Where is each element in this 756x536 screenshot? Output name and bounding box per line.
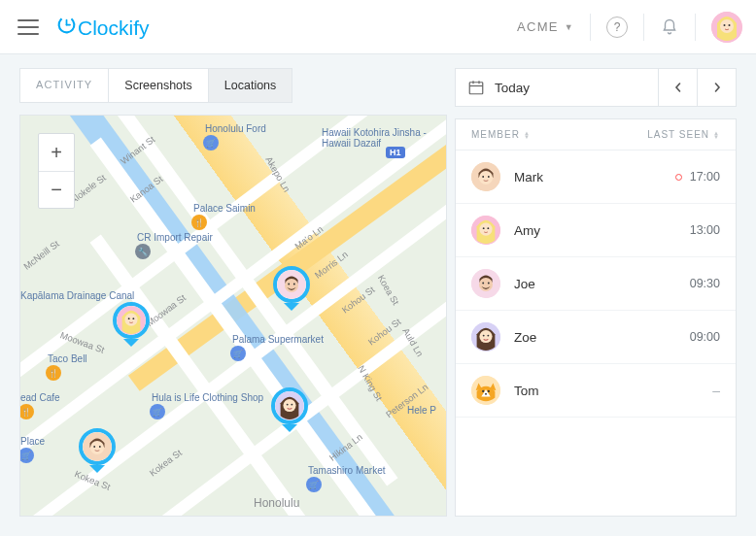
last-seen: 09:30	[690, 277, 720, 290]
last-seen: 09:00	[690, 330, 720, 344]
map-poi: Palama Supermarket	[232, 334, 324, 345]
map-poi: Tamashiro Market	[308, 465, 385, 476]
zoom-in-button[interactable]: +	[39, 134, 74, 171]
brand-logo[interactable]: Clockify	[56, 15, 150, 40]
map-pin[interactable]	[273, 266, 310, 313]
last-seen: 13:00	[690, 223, 720, 237]
svg-point-6	[729, 24, 731, 26]
sort-icon: ▲▼	[713, 131, 720, 139]
tab-locations[interactable]: Locations	[208, 69, 292, 102]
svg-point-5	[724, 24, 726, 26]
map-poi: Hawaii Kotohira Jinsha - Hawaii Dazaif	[322, 127, 446, 149]
svg-point-32	[479, 223, 492, 236]
svg-point-42	[487, 335, 489, 337]
zoom-control: + −	[38, 133, 75, 209]
member-avatar	[471, 162, 500, 191]
top-bar: Clockify ACME ▼ ?	[0, 0, 756, 54]
map-poi-icon: 🛒	[203, 135, 219, 151]
map-poi: Honolulu	[254, 496, 299, 510]
table-row[interactable]: Amy13:00	[456, 204, 736, 257]
svg-point-18	[293, 284, 295, 285]
calendar-icon	[467, 79, 485, 96]
table-row[interactable]: Mark17:00	[456, 151, 736, 204]
member-name: Joe	[514, 277, 690, 291]
svg-point-29	[482, 176, 484, 178]
map-poi: CR Import Repair	[137, 232, 213, 243]
map-poi-icon: 🔧	[135, 244, 151, 259]
member-name: Amy	[514, 223, 690, 238]
svg-point-12	[124, 314, 137, 326]
svg-point-17	[288, 284, 290, 285]
live-indicator	[675, 174, 682, 181]
map-poi-icon: 🛒	[150, 404, 165, 419]
date-label: Today	[495, 81, 530, 95]
member-name: Mark	[514, 170, 675, 184]
svg-point-4	[720, 19, 734, 33]
svg-point-20	[283, 399, 295, 412]
table-row[interactable]: Joe09:30	[456, 257, 736, 311]
workspace-selector[interactable]: ACME ▼	[517, 19, 574, 34]
svg-point-8	[90, 441, 104, 454]
map-poi-icon: 🍴	[191, 215, 207, 230]
map-poi: Kapālama Drainage Canal	[20, 290, 134, 301]
map-poi: Hele P	[407, 405, 436, 416]
svg-rect-23	[469, 83, 483, 94]
table-row[interactable]: Zoe09:00	[456, 311, 736, 364]
map-poi-icon: 🍴	[46, 365, 61, 381]
svg-point-14	[132, 318, 134, 319]
member-avatar	[471, 216, 500, 245]
profile-avatar[interactable]	[711, 12, 742, 43]
map-street-label: H1	[386, 147, 405, 158]
tab-screenshots[interactable]: Screenshots	[108, 69, 207, 102]
svg-point-41	[483, 335, 485, 337]
table-row[interactable]: Tom–	[456, 364, 736, 418]
tab-activity[interactable]: ACTIVITY	[20, 69, 108, 102]
member-avatar	[471, 322, 500, 352]
map-poi: Honolulu Ford	[205, 123, 266, 134]
member-name: Tom	[514, 384, 712, 398]
last-seen: 17:00	[690, 170, 720, 184]
map-poi: Place	[20, 436, 45, 447]
map-poi: Palace Saimin	[193, 203, 256, 214]
svg-point-22	[291, 404, 292, 406]
svg-point-30	[488, 176, 490, 178]
col-member[interactable]: MEMBER ▲▼	[471, 129, 531, 140]
date-picker[interactable]: Today	[455, 68, 659, 107]
chevron-down-icon: ▼	[565, 22, 574, 32]
notifications-button[interactable]	[660, 17, 679, 37]
svg-point-38	[488, 283, 490, 285]
map-poi: ead Cafe	[20, 392, 60, 403]
svg-point-40	[479, 330, 492, 343]
svg-point-44	[482, 390, 484, 392]
svg-point-33	[483, 227, 485, 229]
svg-point-45	[488, 390, 490, 392]
help-button[interactable]: ?	[606, 17, 628, 38]
svg-point-46	[485, 393, 487, 395]
svg-point-10	[99, 446, 101, 448]
date-prev-button[interactable]	[659, 68, 698, 107]
col-lastseen[interactable]: LAST SEEN ▲▼	[647, 129, 720, 140]
member-table: MEMBER ▲▼ LAST SEEN ▲▼ Mark17:00Amy13:00…	[455, 118, 737, 517]
last-seen: –	[712, 383, 720, 398]
map-poi-icon: 🛒	[230, 346, 246, 361]
menu-button[interactable]	[17, 19, 39, 35]
map-poi: Taco Bell	[48, 353, 87, 364]
map[interactable]: + − Honolulu Ford🛒Hawaii Kotohira Jinsha…	[19, 115, 447, 517]
member-avatar	[471, 376, 500, 405]
zoom-out-button[interactable]: −	[39, 171, 74, 208]
date-next-button[interactable]	[698, 68, 737, 107]
svg-point-34	[487, 227, 489, 229]
map-pin[interactable]	[113, 302, 150, 349]
sort-icon: ▲▼	[524, 131, 531, 139]
svg-point-28	[479, 171, 493, 184]
member-avatar	[471, 269, 500, 298]
svg-point-21	[287, 404, 289, 406]
svg-point-13	[128, 318, 130, 319]
map-pin[interactable]	[271, 387, 308, 434]
map-poi-icon: 🛒	[306, 477, 322, 492]
member-name: Zoe	[514, 330, 690, 345]
map-poi: Hula is Life Clothing Shop	[152, 392, 263, 403]
map-pin[interactable]	[79, 428, 116, 475]
svg-point-37	[482, 283, 484, 285]
view-tabs: ACTIVITY Screenshots Locations	[19, 68, 292, 103]
